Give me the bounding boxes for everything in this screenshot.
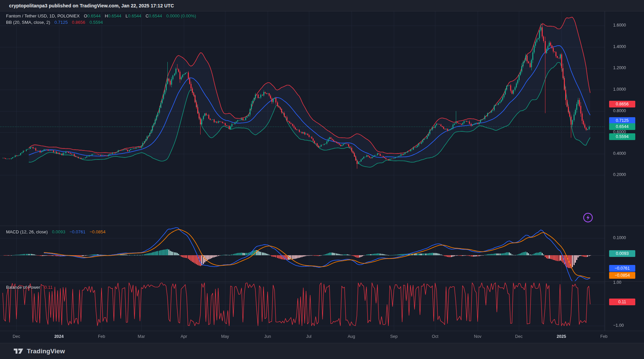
time-axis-label: Feb [90,334,113,339]
axis-price-badge: 0.11 [609,299,635,305]
axis-price-badge: 0.0093 [609,250,635,257]
publication-topbar: cryptopolitanpa3 published on TradingVie… [0,0,644,11]
time-axis-label: Dec [5,334,28,339]
axis-tick-label: 1.0000 [613,87,626,92]
tradingview-logo-text: TradingView [27,348,65,355]
axis-tick-label: 1.4000 [613,44,626,49]
bottom-brand-bar: TradingView [0,343,644,359]
symbol-title[interactable]: Fantom / Tether USD, 1D, POLONIEX [6,13,79,18]
time-axis-label: Feb [592,334,616,339]
axis-tick-label: −1.00 [613,323,624,328]
axis-tick-label: 0.8000 [613,108,626,113]
close-value: 0.6544 [149,13,162,18]
tradingview-logo[interactable]: TradingView [13,348,65,355]
time-axis-label: Oct [423,334,447,339]
bb-label[interactable]: BB (20, SMA, close, 2) [6,20,50,25]
bop-legend[interactable]: Balance of Power 0.11 [6,284,53,290]
axis-price-badge: 0.8656 [609,101,635,107]
close-label: C [146,13,149,18]
symbol-legend[interactable]: Fantom / Tether USD, 1D, POLONIEX O0.654… [6,13,196,19]
bb-legend[interactable]: BB (20, SMA, close, 2) 0.7125 0.8656 0.5… [6,19,103,26]
open-label: O [84,13,87,18]
open-value: 0.6544 [87,13,101,18]
bop-value: 0.11 [45,285,53,290]
macd-hist-value: 0.0093 [52,229,65,234]
macd-legend[interactable]: MACD (12, 26, close) 0.0093 −0.0761 −0.0… [6,229,106,235]
axis-price-badge: 0.7125 [609,117,635,124]
axis-price-badge: −0.0761 [609,265,635,272]
axis-price-badge: 0.5594 [609,133,635,140]
time-axis-label: Nov [466,334,489,339]
time-axis-label: Dec [507,334,531,339]
lightning-bolt-glyph [587,215,590,220]
time-axis-label: Aug [340,334,363,339]
axis-tick-label: 1.00 [613,280,621,285]
high-value: 0.6544 [108,13,121,18]
macd-label[interactable]: MACD (12, 26, close) [6,229,48,234]
time-axis-label: Apr [172,334,196,339]
axis-tick-label: 1.6000 [613,23,626,28]
axis-tick-label: 1.2000 [613,65,626,70]
axis-tick-label: 0.4000 [613,151,626,156]
tradingview-logo-icon [13,348,23,355]
time-axis-label: Mar [129,334,153,339]
axis-price-badge: 0.6544 [609,123,635,130]
axis-tick-label: 0.1000 [613,235,626,240]
time-axis-label: May [213,334,237,339]
price-chart-canvas[interactable] [0,0,644,359]
change-value: 0.0000 (0.00%) [166,13,196,18]
time-axis-label: 2025 [550,334,573,339]
time-axis-label: Sep [382,334,406,339]
publication-text: cryptopolitanpa3 published on TradingVie… [9,3,174,8]
tradingview-chart-page: cryptopolitanpa3 published on TradingVie… [0,0,644,359]
axis-price-badge: −0.0854 [609,272,635,279]
low-label: L [125,13,128,18]
time-axis-label: Jun [256,334,279,339]
macd-line-value: −0.0761 [69,229,85,234]
time-axis-label: Jul [297,334,321,339]
bb-lower-value: 0.5594 [90,20,103,25]
high-label: H [105,13,108,18]
bb-basis-value: 0.7125 [54,20,68,25]
macd-signal-value: −0.0854 [90,229,105,234]
time-axis-label: 2024 [47,334,71,339]
low-value: 0.6544 [128,13,142,18]
bop-label[interactable]: Balance of Power [6,285,40,290]
bb-upper-value: 0.8656 [72,20,86,25]
axis-tick-label: 0.2000 [613,172,626,177]
boost-lightning-icon[interactable] [581,211,595,224]
